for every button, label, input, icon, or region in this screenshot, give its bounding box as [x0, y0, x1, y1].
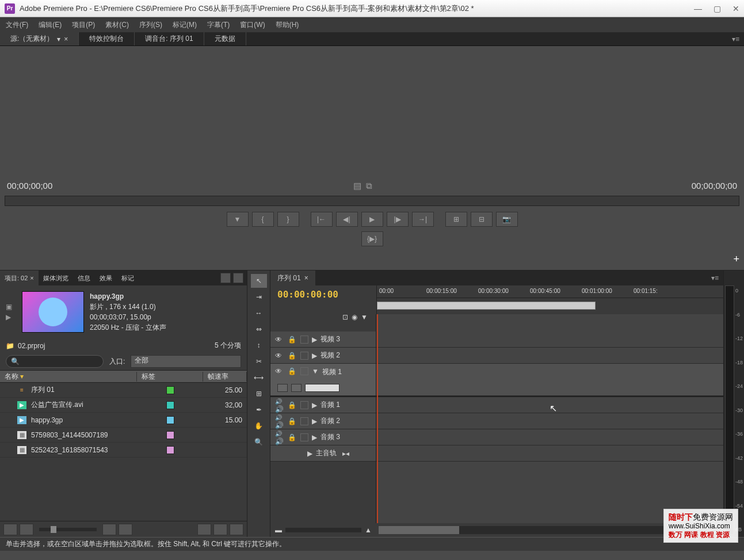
eye-icon[interactable]: 👁 [275, 352, 284, 360]
zoom-slider[interactable] [39, 528, 97, 531]
mark-in-button[interactable]: ▼ [227, 212, 249, 227]
new-item-button[interactable] [213, 524, 227, 535]
tab-metadata[interactable]: 元数据 [204, 32, 246, 45]
search-input[interactable]: 🔍 [6, 355, 104, 368]
new-bin-button[interactable] [197, 524, 211, 535]
track-header-v3[interactable]: 👁🔒▶视频 3 [270, 332, 376, 348]
poster-frame-button[interactable]: ▣ [6, 303, 14, 311]
slide-tool[interactable]: ⊞ [251, 387, 267, 401]
menu-marker[interactable]: 标记(M) [173, 20, 197, 30]
maximize-button[interactable]: ▢ [714, 4, 721, 13]
delete-button[interactable] [230, 524, 243, 535]
razor-tool[interactable]: ✂ [251, 355, 267, 368]
tab-project[interactable]: 项目: 02× [0, 271, 39, 285]
track-opt1[interactable] [277, 384, 288, 392]
slip-tool[interactable]: ⟷ [251, 371, 267, 384]
in-point-button[interactable]: { [252, 212, 274, 227]
source-viewer[interactable] [0, 46, 744, 178]
tab-effects-control[interactable]: 特效控制台 [79, 32, 135, 45]
step-back-button[interactable]: ◀| [336, 212, 358, 227]
zoom-in-button[interactable]: ▲ [365, 526, 372, 534]
timeline-timecode[interactable]: 00:00:00:00 [277, 289, 369, 300]
track-target[interactable] [300, 336, 308, 344]
playhead[interactable] [377, 314, 378, 523]
go-in-button[interactable]: |← [311, 212, 333, 227]
master-fx-icon[interactable]: ▸◂ [342, 449, 349, 458]
step-fwd-button[interactable]: |▶ [387, 212, 409, 227]
header-fps[interactable]: 帧速率 [203, 372, 247, 382]
speaker-icon[interactable]: 🔊 [275, 397, 284, 413]
close-icon[interactable]: × [304, 274, 308, 282]
add-panel-button[interactable]: + [733, 253, 739, 265]
list-item[interactable]: ▦5252423_161858071543 [0, 443, 247, 458]
work-area-bar[interactable] [377, 302, 596, 310]
track-header-master[interactable]: ▶主音轨▸◂ [270, 445, 376, 462]
eye-icon[interactable]: 👁 [275, 336, 284, 344]
zoom-tool[interactable]: 🔍 [251, 435, 267, 449]
menu-window[interactable]: 窗口(W) [240, 20, 265, 30]
export-frame-button[interactable]: 📷 [496, 212, 518, 227]
find-button[interactable] [119, 524, 132, 535]
close-button[interactable]: ✕ [732, 4, 739, 13]
pen-tool[interactable]: ✒ [251, 403, 267, 417]
menu-file[interactable]: 文件(F) [6, 20, 28, 30]
rate-stretch-tool[interactable]: ↕ [251, 338, 267, 352]
lock-icon[interactable]: 🔒 [288, 433, 297, 441]
play-clip-button[interactable]: ▶ [6, 313, 14, 321]
track-header-a3[interactable]: 🔊🔒▶音频 3 [270, 429, 376, 445]
expand-icon[interactable]: ▶ [307, 449, 312, 458]
track-target[interactable] [300, 367, 308, 375]
expand-icon[interactable]: ▶ [312, 417, 317, 425]
list-item[interactable]: ▶公益广告宣传.avi 32,00 [0, 398, 247, 413]
lock-icon[interactable]: 🔒 [288, 336, 297, 344]
tab-markers[interactable]: 标记 [117, 271, 139, 285]
panel-opt1-button[interactable] [220, 273, 231, 283]
expand-icon[interactable]: ▶ [312, 433, 317, 441]
color-label[interactable] [166, 401, 174, 409]
list-item[interactable]: ≡序列 01 25.00 [0, 383, 247, 398]
tab-info[interactable]: 信息 [73, 271, 95, 285]
track-opt3[interactable] [305, 384, 339, 392]
insert-button[interactable]: ⊞ [445, 212, 467, 227]
clip-thumbnail[interactable] [22, 291, 84, 333]
timeline-tab[interactable]: 序列 01× [270, 271, 315, 285]
fit-icon[interactable]: ▤ [353, 181, 361, 191]
color-label[interactable] [166, 431, 174, 439]
timeline-ruler[interactable]: 00:00 00:00:15:00 00:00:30:00 00:00:45:0… [376, 285, 723, 314]
color-label[interactable] [166, 416, 174, 424]
track-opt2[interactable] [291, 384, 302, 392]
hand-tool[interactable]: ✋ [251, 419, 267, 433]
settings-icon[interactable]: ⧉ [366, 181, 372, 191]
overwrite-button[interactable]: ⊟ [471, 212, 493, 227]
rolling-edit-tool[interactable]: ⇔ [251, 322, 267, 336]
header-name[interactable]: 名称 ▾ [0, 372, 137, 382]
track-select-tool[interactable]: ⇥ [251, 290, 267, 304]
lock-icon[interactable]: 🔒 [288, 401, 297, 409]
zoom-out-button[interactable]: ▬ [275, 526, 282, 534]
eye-icon[interactable]: 👁 [275, 367, 284, 375]
collapse-icon[interactable]: ▼ [312, 367, 319, 375]
track-header-v1[interactable]: 👁🔒▼视频 1 [270, 364, 376, 396]
lock-icon[interactable]: 🔒 [288, 352, 297, 360]
list-item[interactable]: ▶happy.3gp 15.00 [0, 413, 247, 428]
selection-tool[interactable]: ↖ [251, 274, 267, 288]
color-label[interactable] [166, 386, 174, 394]
speaker-icon[interactable]: 🔊 [275, 429, 284, 445]
track-target[interactable] [300, 417, 308, 425]
track-target[interactable] [300, 401, 308, 409]
menu-help[interactable]: 帮助(H) [276, 20, 299, 30]
panel-opt2-button[interactable] [233, 273, 243, 283]
loop-button[interactable]: {▶} [361, 231, 383, 246]
lock-icon[interactable]: 🔒 [288, 367, 297, 375]
track-header-a2[interactable]: 🔊🔒▶音频 2 [270, 413, 376, 429]
speaker-icon[interactable]: 🔊 [275, 413, 284, 429]
track-target[interactable] [300, 352, 308, 360]
out-point-button[interactable]: } [277, 212, 299, 227]
menu-clip[interactable]: 素材(C) [105, 20, 129, 30]
tab-media-browser[interactable]: 媒体浏览 [39, 271, 73, 285]
source-ruler[interactable] [5, 196, 739, 206]
panel-menu-button[interactable]: ▾≡ [727, 35, 744, 43]
scrollbar-thumb[interactable] [379, 526, 459, 534]
dropdown-icon[interactable]: ▾ [57, 35, 60, 43]
menu-title[interactable]: 字幕(T) [207, 20, 230, 30]
